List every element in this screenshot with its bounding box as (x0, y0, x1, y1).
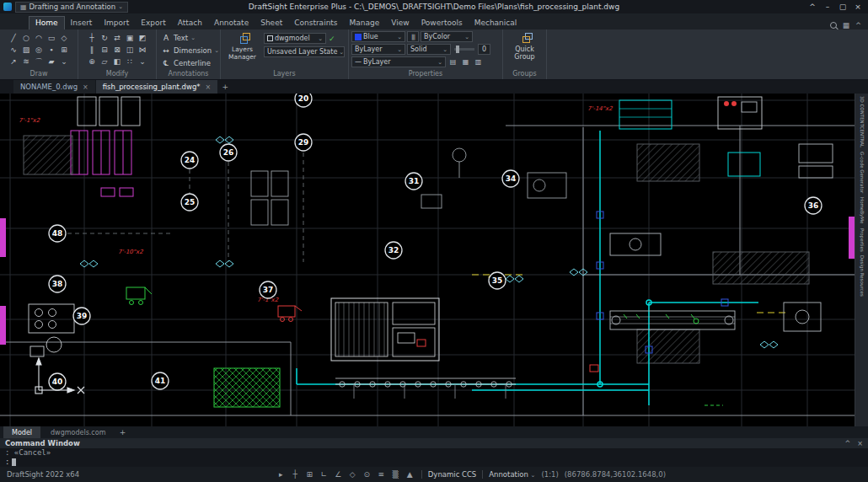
side-tab-homebyme[interactable]: HomeByMe (860, 197, 865, 223)
search-icon[interactable] (830, 22, 837, 29)
restore-button[interactable]: ▢ (836, 3, 849, 11)
sheet-tab-model[interactable]: Model (3, 426, 40, 438)
tab-import[interactable]: Import (98, 17, 135, 29)
pointer-mode-icon[interactable]: ▸ (276, 470, 287, 479)
hatch-color-mode-dropdown[interactable]: ByColor ⌄ (421, 31, 473, 42)
active-layer-dropdown[interactable]: dwgmodel ⌄ (264, 33, 326, 44)
balloon-39[interactable]: 39 (73, 308, 90, 324)
stretch-tool-icon[interactable]: ▱ (99, 56, 111, 67)
rotate-tool-icon[interactable]: ↻ (99, 32, 111, 44)
circle-tool-icon[interactable]: ○ (20, 32, 33, 44)
linestyle-dropdown[interactable]: Solid ⌄ (407, 44, 451, 55)
extend-tool-icon[interactable]: ⊠ (111, 44, 124, 56)
command-input[interactable]: : (0, 457, 868, 467)
annotation-scale-icon[interactable]: ▲ (405, 470, 415, 479)
tab-mechanical[interactable]: Mechanical (469, 17, 523, 29)
balloon-32[interactable]: 32 (385, 242, 402, 259)
balloon-24[interactable]: 24 (181, 152, 198, 169)
balloon-48[interactable]: 48 (49, 225, 66, 242)
balloon-37[interactable]: 37 (260, 281, 276, 298)
ccs-mode-label[interactable]: Dynamic CCS (428, 470, 476, 479)
lineweight-dropdown[interactable]: ByLayer ⌄ (351, 44, 405, 55)
quick-group-button[interactable]: Quick Group (508, 33, 542, 61)
panels-icon[interactable]: ▦ (843, 21, 849, 29)
close-tab-icon[interactable]: × (83, 83, 88, 91)
minimize-button[interactable]: – (821, 3, 834, 11)
balloon-20[interactable]: 20 (295, 94, 312, 107)
text-tool-button[interactable]: A Text ⌄ (157, 31, 220, 44)
ribbon-collapse-icon[interactable]: ^ (806, 3, 819, 11)
spline-tool-icon[interactable]: ∿ (8, 44, 20, 56)
transparency-value[interactable]: 0 (478, 44, 490, 55)
snap-toggle-icon[interactable]: ┼ (290, 470, 301, 479)
balloon-26[interactable]: 26 (220, 144, 237, 161)
ortho-toggle-icon[interactable]: ∟ (319, 470, 330, 479)
side-tab-properties[interactable]: Properties (860, 228, 865, 252)
lineweight-icon[interactable]: ||| (407, 31, 419, 42)
weld-tool-icon[interactable]: ⊕ (86, 56, 99, 67)
drawing-canvas[interactable]: 7'-1"x27'-10"x27'-1"x27'-14"x2 202425262… (0, 94, 855, 426)
balloon-38[interactable]: 38 (49, 276, 66, 292)
add-sheet-button[interactable]: + (115, 428, 129, 436)
more-draw-tools-icon[interactable]: ⌄ (58, 56, 71, 67)
tab-manage[interactable]: Manage (344, 17, 386, 29)
lineweight-toggle-icon[interactable]: ≡ (376, 470, 387, 479)
side-tab-3d-content-central[interactable]: 3D CONTENTCENTRAL (860, 96, 865, 147)
table-tool-icon[interactable]: ⊞ (58, 44, 71, 56)
centerline-tool-button[interactable]: ℄ Centerline (157, 56, 220, 69)
paint-properties-icon[interactable]: ▥ (473, 56, 484, 67)
esnap-toggle-icon[interactable]: ◇ (347, 470, 358, 479)
balloon-40[interactable]: 40 (49, 373, 66, 390)
split-tool-icon[interactable]: ◫ (124, 44, 137, 56)
balloon-36[interactable]: 36 (805, 197, 822, 214)
add-document-button[interactable]: + (218, 80, 232, 94)
ray-tool-icon[interactable]: ↗ (8, 56, 20, 67)
rectangle-tool-icon[interactable]: ▭ (46, 32, 58, 44)
ring-tool-icon[interactable]: ◎ (33, 44, 46, 56)
trim-tool-icon[interactable]: ⊟ (99, 44, 111, 56)
balloon-35[interactable]: 35 (489, 272, 506, 289)
dimension-tool-button[interactable]: ↔ Dimension ⌄ (157, 44, 220, 56)
solid-tool-icon[interactable]: ▰ (46, 56, 58, 67)
copy-tool-icon[interactable]: ▣ (124, 32, 137, 44)
tab-powertools[interactable]: Powertools (415, 17, 469, 29)
tab-home[interactable]: Home (29, 16, 65, 29)
balloon-31[interactable]: 31 (405, 173, 422, 190)
transparency-toggle-icon[interactable]: ▒ (390, 470, 401, 479)
line-color-dropdown[interactable]: Blue ⌄ (351, 31, 405, 42)
layers-manager-button[interactable]: Layers Manager (224, 33, 260, 61)
cad-drawing[interactable]: 7'-1"x27'-10"x27'-1"x27'-14"x2 202425262… (0, 94, 855, 426)
point-tool-icon[interactable]: ∙ (46, 44, 58, 56)
side-tab-gcode-generator[interactable]: G-code Generator (860, 152, 865, 193)
command-close-icon[interactable]: × (857, 440, 863, 447)
balloon-29[interactable]: 29 (295, 134, 312, 151)
tab-view[interactable]: View (385, 17, 415, 29)
command-collapse-icon[interactable]: ^ (845, 440, 851, 447)
workspace-selector[interactable]: ▦ Drafting and Annotation ⌄ (15, 2, 128, 13)
tab-attach[interactable]: Attach (172, 17, 208, 29)
tab-insert[interactable]: Insert (65, 17, 99, 29)
arc-tool-icon[interactable]: ◠ (33, 32, 46, 44)
balloon-41[interactable]: 41 (152, 372, 169, 389)
polar-toggle-icon[interactable]: ∠ (333, 470, 344, 479)
doc-tab-fish-processing-plant[interactable]: fish_processing_plant.dwg* × (96, 80, 218, 94)
offset-tool-icon[interactable]: ◩ (137, 32, 149, 44)
layer-ok-icon[interactable]: ✓ (329, 35, 335, 43)
line-tool-icon[interactable]: ╱ (8, 32, 20, 44)
command-window-header[interactable]: Command Window ^ × (0, 438, 868, 448)
etrack-toggle-icon[interactable]: ⊙ (362, 470, 372, 479)
more-modify-tools-icon[interactable]: ⌄ (137, 56, 149, 67)
tab-sheet[interactable]: Sheet (255, 17, 288, 29)
pattern-tool-icon[interactable]: ◧ (111, 56, 124, 67)
tab-annotate[interactable]: Annotate (208, 17, 255, 29)
polygon-tool-icon[interactable]: ◇ (58, 32, 71, 44)
doc-tab-noname[interactable]: NONAME_0.dwg × (13, 80, 95, 94)
balloon-34[interactable]: 34 (502, 170, 519, 187)
layer-state-dropdown[interactable]: Unsaved Layer State ⌄ (264, 46, 345, 57)
transparency-slider[interactable] (454, 48, 474, 51)
annotation-scale-dropdown[interactable]: Annotation ⌄ (489, 470, 535, 479)
close-button[interactable]: × (851, 3, 865, 11)
hatch-tool-icon[interactable]: ▨ (20, 44, 33, 56)
multiline-tool-icon[interactable]: ≋ (20, 56, 33, 67)
move-tool-icon[interactable]: ┼ (86, 32, 99, 44)
